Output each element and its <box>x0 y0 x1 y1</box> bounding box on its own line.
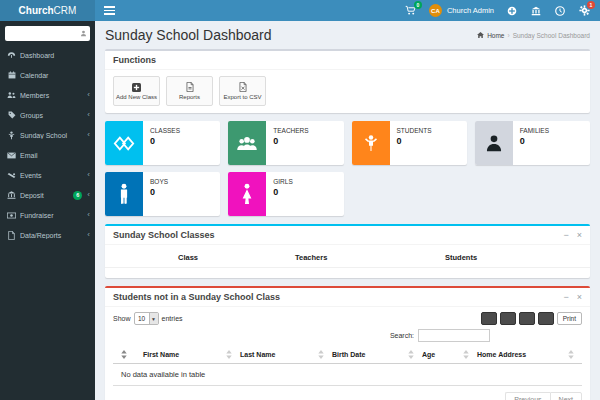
stat-girls: GIRLS 0 <box>228 172 343 216</box>
envelope-icon <box>7 152 16 159</box>
male-icon <box>105 172 143 216</box>
person-search-input[interactable] <box>5 30 77 37</box>
tag-icon <box>7 111 16 119</box>
history-button[interactable] <box>554 5 566 17</box>
sidebar-menu: Dashboard Calendar Members ‹ Groups ‹ Su… <box>0 45 95 245</box>
sidebar-item-calendar[interactable]: Calendar <box>0 65 95 85</box>
column-first-name[interactable]: First Name <box>143 350 240 359</box>
money-icon <box>7 212 16 219</box>
close-icon[interactable]: × <box>577 231 582 240</box>
sidebar-item-members[interactable]: Members ‹ <box>0 85 95 105</box>
brand-logo[interactable]: ChurchCRM <box>0 0 95 21</box>
empty-table-message: No data available in table <box>113 364 582 386</box>
next-page-button[interactable]: Next <box>550 392 582 400</box>
sidebar: Dashboard Calendar Members ‹ Groups ‹ Su… <box>0 21 95 400</box>
column-class[interactable]: Class <box>178 253 295 262</box>
button-label: Export to CSV <box>223 94 261 100</box>
file-icon <box>7 231 16 240</box>
column-age[interactable]: Age <box>422 350 477 359</box>
sidebar-item-label: Email <box>20 152 86 159</box>
button-label: Add New Class <box>116 94 157 100</box>
sidebar-item-deposit[interactable]: Deposit 6 ‹ <box>0 185 95 205</box>
export-csv-button[interactable] <box>500 312 516 325</box>
top-navbar: ChurchCRM 0 CA Church Admin <box>0 0 600 21</box>
chevron-icon: ‹ <box>87 231 90 239</box>
sidebar-search <box>5 26 90 41</box>
sidebar-item-groups[interactable]: Groups ‹ <box>0 105 95 125</box>
button-label: Reports <box>179 94 200 100</box>
add-new-class-button[interactable]: Add New Class <box>113 76 160 106</box>
chevron-icon: ‹ <box>87 111 90 119</box>
export-excel-button[interactable] <box>519 312 535 325</box>
cart-badge: 0 <box>414 1 422 9</box>
calendar-icon <box>7 71 16 79</box>
column-students[interactable]: Students <box>445 253 582 262</box>
sidebar-item-fundraiser[interactable]: Fundraiser ‹ <box>0 205 95 225</box>
user-name: Church Admin <box>447 6 494 15</box>
female-icon <box>228 172 266 216</box>
sidebar-item-email[interactable]: Email <box>0 145 95 165</box>
sidebar-item-dashboard[interactable]: Dashboard <box>0 45 95 65</box>
export-pdf-button[interactable] <box>538 312 554 325</box>
user-menu[interactable]: CA Church Admin <box>429 4 494 17</box>
sidebar-item-events[interactable]: Events ‹ <box>0 165 95 185</box>
sidebar-item-sunday-school[interactable]: Sunday School ‹ <box>0 125 95 145</box>
bank-small-icon <box>7 191 16 199</box>
chevron-icon: ‹ <box>87 191 90 199</box>
column-birth-date[interactable]: Birth Date <box>332 350 422 359</box>
main-content: Sunday School Dashboard Home › Sunday Sc… <box>95 21 600 400</box>
child-icon <box>7 131 16 140</box>
collapse-icon[interactable]: − <box>563 293 568 302</box>
stat-classes: CLASSES 0 <box>105 121 220 165</box>
classes-panel-title: Sunday School Classes <box>113 230 215 240</box>
stat-label: STUDENTS <box>397 127 432 134</box>
app-window: ChurchCRM 0 CA Church Admin <box>0 0 600 400</box>
cart-button[interactable]: 0 <box>405 5 417 17</box>
dashboard-icon <box>7 51 16 59</box>
sort-icon <box>318 350 324 359</box>
sidebar-item-label: Calendar <box>20 72 86 79</box>
finance-button[interactable] <box>530 5 542 17</box>
stat-value: 0 <box>150 187 168 197</box>
table-search-input[interactable] <box>418 329 490 342</box>
page-title: Sunday School Dashboard <box>105 27 272 43</box>
column-last-name[interactable]: Last Name <box>240 350 332 359</box>
stat-value: 0 <box>397 136 432 146</box>
sort-column[interactable] <box>113 350 143 359</box>
print-button[interactable]: Print <box>557 312 582 325</box>
chevron-icon: ‹ <box>87 91 90 99</box>
export-copy-button[interactable] <box>481 312 497 325</box>
breadcrumb-current: Sunday School Dashboard <box>513 32 590 39</box>
sidebar-toggle-icon[interactable] <box>104 4 115 17</box>
reports-button[interactable]: Reports <box>166 76 213 106</box>
person-icon <box>475 121 513 165</box>
chevron-icon: ‹ <box>87 211 90 219</box>
stat-label: BOYS <box>150 178 168 185</box>
plus-square-icon <box>132 83 141 92</box>
file-pdf-icon <box>186 82 194 92</box>
column-teachers[interactable]: Teachers <box>295 253 445 262</box>
previous-page-button[interactable]: Previous <box>505 392 549 400</box>
settings-button[interactable]: 1 <box>578 5 590 17</box>
plus-circle-icon <box>507 6 517 16</box>
stat-boys: BOYS 0 <box>105 172 220 216</box>
stats-row-1: CLASSES 0 TEACHERS 0 STUDENTS <box>105 121 590 165</box>
sort-icon <box>463 350 469 359</box>
stats-row-2: BOYS 0 GIRLS 0 <box>105 172 590 216</box>
classes-panel: Sunday School Classes − × Class Teachers… <box>105 224 590 278</box>
brand-light: CRM <box>54 5 77 16</box>
page-length-value: 10 <box>135 313 149 324</box>
breadcrumb-home[interactable]: Home <box>487 32 504 39</box>
page-length-select[interactable]: 10 ▼ <box>134 312 159 325</box>
bank-icon <box>531 6 541 16</box>
users-icon <box>7 91 16 99</box>
column-home-address[interactable]: Home Address <box>477 350 582 359</box>
close-icon[interactable]: × <box>577 293 582 302</box>
export-to-csv-button[interactable]: Export to CSV <box>219 76 266 106</box>
person-search-button[interactable] <box>77 26 90 41</box>
add-record-button[interactable] <box>506 5 518 17</box>
sidebar-item-label: Groups <box>20 112 83 119</box>
collapse-icon[interactable]: − <box>563 231 568 240</box>
sidebar-item-data-reports[interactable]: Data/Reports ‹ <box>0 225 95 245</box>
users-group-icon <box>228 121 266 165</box>
